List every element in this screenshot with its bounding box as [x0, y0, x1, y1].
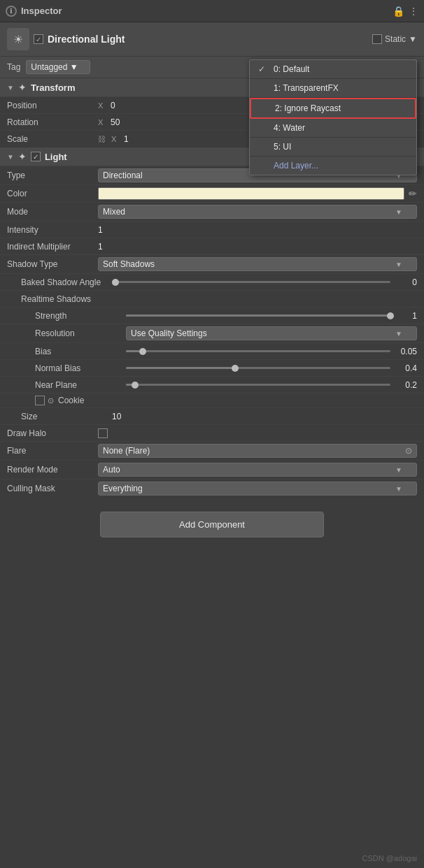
x-label: X	[98, 101, 108, 110]
draw-halo-label: Draw Halo	[7, 428, 98, 438]
static-dropdown[interactable]: ▼	[409, 34, 417, 44]
shadow-row: Shadow Type Soft Shadows ▼	[0, 254, 424, 273]
culling-mask-dropdown-arrow: ▼	[395, 485, 402, 493]
menu-icon[interactable]: ⋮	[409, 6, 418, 17]
baked-angle-row: Baked Shadow Angle 0	[0, 273, 424, 290]
near-plane-value: 0.2	[395, 380, 417, 390]
position-label: Position	[7, 101, 98, 110]
near-plane-row: Near Plane 0.2	[0, 376, 424, 393]
static-checkbox[interactable]	[372, 34, 382, 44]
layer-default-label: 0: Default	[274, 64, 309, 74]
flare-value: None (Flare)	[103, 446, 150, 456]
render-mode-dropdown[interactable]: Auto ▼	[98, 463, 417, 477]
shadow-dropdown[interactable]: Soft Shadows ▼	[98, 257, 417, 271]
layer-item-ignore-raycast[interactable]: 2: Ignore Raycast	[250, 98, 416, 119]
indirect-label: Indirect Multiplier	[7, 242, 98, 252]
baked-angle-track	[112, 281, 390, 283]
mode-label: Mode	[7, 207, 98, 217]
position-x[interactable]: 0	[111, 101, 115, 110]
indirect-value[interactable]: 1	[98, 242, 103, 252]
strength-label: Strength	[35, 311, 126, 321]
intensity-row: Intensity 1	[0, 221, 424, 238]
bias-thumb[interactable]	[139, 348, 146, 355]
draw-halo-checkbox[interactable]	[98, 428, 108, 438]
object-name-row: ✓ Directional Light	[34, 34, 368, 45]
scale-x[interactable]: 1	[124, 134, 129, 144]
layer-item-transparentfx[interactable]: 1: TransparentFX	[250, 79, 416, 98]
layer-ignore-raycast-label: 2: Ignore Raycast	[275, 103, 341, 113]
default-check: ✓	[258, 64, 268, 74]
near-plane-thumb[interactable]	[132, 382, 139, 389]
mode-dropdown[interactable]: Mixed ▼	[98, 205, 417, 219]
flare-field[interactable]: None (Flare) ⊙	[98, 444, 417, 458]
add-layer-label: Add Layer...	[274, 161, 318, 171]
header-actions: 🔒 ⋮	[393, 6, 418, 17]
object-active-checkbox[interactable]: ✓	[34, 34, 43, 44]
light-arrow[interactable]: ▼	[7, 153, 14, 161]
resolution-label: Resolution	[35, 328, 126, 338]
culling-mask-value: Everything	[103, 484, 143, 493]
light-enable-checkbox[interactable]: ✓	[31, 152, 41, 161]
render-mode-label: Render Mode	[7, 465, 98, 475]
strength-track	[126, 314, 390, 317]
normal-bias-thumb[interactable]	[232, 365, 239, 372]
tag-dropdown[interactable]: Untagged ▼	[26, 60, 90, 74]
strength-fill	[126, 314, 390, 317]
transform-arrow[interactable]: ▼	[7, 84, 14, 92]
culling-mask-row: Culling Mask Everything ▼	[0, 479, 424, 498]
layer-item-water[interactable]: 4: Water	[250, 119, 416, 138]
layer-item-ui[interactable]: 5: UI	[250, 138, 416, 157]
near-plane-slider[interactable]: 0.2	[126, 380, 417, 390]
realtime-label: Realtime Shadows	[21, 294, 112, 304]
scale-label: Scale	[7, 134, 98, 144]
resolution-dropdown-arrow: ▼	[395, 330, 402, 338]
inspector-title: Inspector	[21, 6, 62, 16]
render-mode-dropdown-arrow: ▼	[395, 466, 402, 474]
shadow-value: Soft Shadows	[103, 259, 155, 269]
scale-icon: ⛓	[98, 135, 106, 143]
near-plane-track	[126, 384, 390, 386]
size-value[interactable]: 10	[112, 412, 121, 421]
strength-row: Strength 1	[0, 307, 424, 324]
bias-row: Bias 0.05	[0, 342, 424, 359]
baked-angle-slider[interactable]: 0	[112, 277, 417, 287]
object-header: ☀ ✓ Directional Light Static ▼	[0, 22, 424, 56]
layer-transparentfx-label: 1: TransparentFX	[274, 83, 339, 93]
layer-dropdown-overlay: ✓ 0: Default 1: TransparentFX 2: Ignore …	[249, 59, 417, 175]
baked-angle-value: 0	[395, 277, 417, 287]
intensity-value[interactable]: 1	[98, 225, 103, 235]
cookie-circle-icon: ⊙	[48, 396, 54, 405]
render-mode-value: Auto	[103, 465, 120, 475]
bias-value: 0.05	[395, 347, 417, 356]
layer-item-default[interactable]: ✓ 0: Default	[250, 60, 416, 79]
rotation-label: Rotation	[7, 117, 98, 127]
strength-thumb[interactable]	[387, 312, 394, 319]
normal-bias-slider[interactable]: 0.4	[126, 363, 417, 373]
add-component-button[interactable]: Add Component	[100, 512, 324, 537]
baked-angle-thumb[interactable]	[112, 279, 119, 286]
flare-label: Flare	[7, 446, 98, 456]
normal-bias-value: 0.4	[395, 363, 417, 373]
tag-value: Untagged	[31, 62, 67, 72]
resolution-dropdown[interactable]: Use Quality Settings ▼	[126, 326, 417, 340]
realtime-row: Realtime Shadows	[0, 290, 424, 307]
cookie-checkbox[interactable]	[35, 396, 45, 405]
culling-mask-dropdown[interactable]: Everything ▼	[98, 482, 417, 496]
layer-water-label: 4: Water	[274, 123, 305, 133]
layer-item-add-layer[interactable]: Add Layer...	[250, 157, 416, 175]
light-section-icon: ✦	[18, 151, 27, 162]
color-label: Color	[7, 189, 98, 198]
size-label: Size	[21, 412, 112, 421]
bias-fill	[126, 350, 139, 352]
baked-angle-label: Baked Shadow Angle	[21, 277, 112, 287]
cookie-row: ⊙ Cookie	[0, 393, 424, 407]
mode-row: Mode Mixed ▼	[0, 202, 424, 221]
color-picker-icon[interactable]: ✏	[409, 188, 417, 199]
rotation-x[interactable]: 50	[111, 117, 120, 127]
strength-slider[interactable]: 1	[126, 311, 417, 321]
type-label: Type	[7, 171, 98, 180]
lock-icon[interactable]: 🔒	[393, 6, 404, 17]
color-field[interactable]	[98, 187, 404, 200]
bias-slider[interactable]: 0.05	[126, 347, 417, 356]
transform-title: Transform	[31, 82, 76, 93]
